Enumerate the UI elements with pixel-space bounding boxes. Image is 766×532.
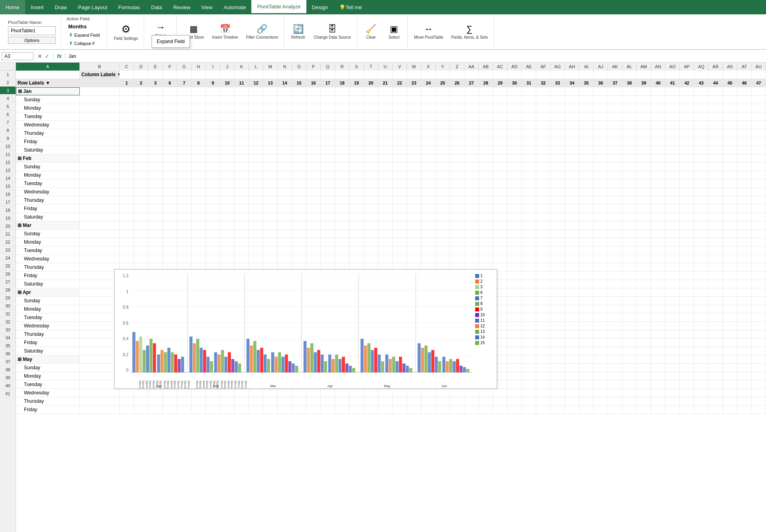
cell-num[interactable]	[622, 146, 637, 154]
cell-num[interactable]	[493, 154, 507, 162]
cell-num[interactable]	[163, 246, 177, 254]
cell-num[interactable]	[134, 255, 148, 263]
cell-num[interactable]	[235, 71, 249, 79]
cell-num[interactable]	[622, 205, 637, 213]
cell-num[interactable]	[680, 397, 694, 405]
cell-num[interactable]	[680, 280, 694, 288]
cell-num[interactable]	[177, 389, 192, 397]
cell-num[interactable]	[680, 330, 694, 338]
cell-num[interactable]	[321, 389, 335, 397]
cell-a40[interactable]: Thursday	[16, 397, 80, 405]
cell-num[interactable]	[723, 389, 737, 397]
cell-num[interactable]	[752, 146, 766, 154]
cell-num[interactable]	[752, 322, 766, 330]
cell-num[interactable]	[349, 163, 364, 171]
cell-num[interactable]	[737, 179, 752, 187]
cell-num[interactable]	[608, 205, 622, 213]
cell-b6[interactable]	[80, 112, 120, 120]
cell-num[interactable]	[436, 138, 450, 146]
cell-num[interactable]	[680, 196, 694, 204]
cell-num[interactable]	[436, 121, 450, 129]
cell-num[interactable]	[709, 355, 723, 363]
cell-num[interactable]	[579, 380, 594, 388]
col-header-ar[interactable]: AR	[709, 63, 723, 71]
cell-num[interactable]	[263, 96, 278, 104]
col-header-af[interactable]: AF	[536, 63, 551, 71]
cell-num[interactable]	[436, 246, 450, 254]
cell-num[interactable]	[694, 322, 709, 330]
cell-num[interactable]	[637, 121, 651, 129]
cell-num[interactable]	[263, 238, 278, 246]
cell-num[interactable]	[752, 372, 766, 380]
cell-b4[interactable]	[80, 96, 120, 104]
cell-num[interactable]	[436, 179, 450, 187]
cell-num[interactable]	[565, 406, 579, 414]
cell-num[interactable]	[551, 129, 565, 137]
cell-num[interactable]	[723, 255, 737, 263]
cell-num[interactable]	[536, 238, 551, 246]
cell-num[interactable]	[335, 129, 349, 137]
cell-num[interactable]	[622, 171, 637, 179]
cell-num[interactable]	[335, 104, 349, 112]
cell-num[interactable]	[263, 179, 278, 187]
cell-num[interactable]	[709, 146, 723, 154]
table-row[interactable]: ⊞ Mar	[16, 221, 766, 230]
cell-num[interactable]	[507, 96, 522, 104]
cell-num[interactable]	[177, 188, 192, 196]
cell-num[interactable]	[220, 255, 235, 263]
cell-num[interactable]	[637, 397, 651, 405]
cell-num[interactable]	[177, 87, 192, 95]
cell-num[interactable]	[622, 364, 637, 372]
cell-num[interactable]	[680, 171, 694, 179]
cell-num[interactable]	[163, 154, 177, 162]
cell-num[interactable]	[536, 305, 551, 313]
cell-num[interactable]	[622, 121, 637, 129]
cell-num[interactable]	[464, 255, 479, 263]
cell-num[interactable]	[292, 71, 306, 79]
cell-num[interactable]	[321, 179, 335, 187]
cell-num[interactable]	[622, 305, 637, 313]
cell-num[interactable]	[192, 213, 206, 221]
cell-num[interactable]	[579, 280, 594, 288]
cell-num[interactable]	[493, 179, 507, 187]
cell-num[interactable]	[723, 364, 737, 372]
cell-num[interactable]	[680, 163, 694, 171]
cell-num[interactable]	[680, 313, 694, 321]
cell-num[interactable]	[536, 104, 551, 112]
cell-num[interactable]	[120, 188, 134, 196]
cell-num[interactable]	[737, 230, 752, 238]
cell-num[interactable]	[536, 330, 551, 338]
tab-home[interactable]: Home	[0, 0, 25, 14]
cell-num[interactable]	[694, 213, 709, 221]
cell-num[interactable]	[665, 163, 680, 171]
cell-num[interactable]	[594, 154, 608, 162]
cell-num[interactable]	[522, 188, 536, 196]
cell-b8[interactable]	[80, 129, 120, 137]
cell-num[interactable]	[737, 372, 752, 380]
cell-num[interactable]	[335, 96, 349, 104]
cell-num[interactable]	[536, 372, 551, 380]
table-row[interactable]: Saturday	[16, 146, 766, 154]
cell-num[interactable]	[335, 221, 349, 229]
cell-num[interactable]	[464, 179, 479, 187]
cell-num[interactable]	[680, 389, 694, 397]
collapse-field-button[interactable]: ⬆ Collapse F	[67, 39, 102, 47]
table-row[interactable]: Column Labels ▼	[16, 71, 766, 79]
cell-num[interactable]	[579, 179, 594, 187]
cell-num[interactable]	[651, 112, 665, 120]
cell-num[interactable]	[421, 87, 436, 95]
cell-num[interactable]	[464, 129, 479, 137]
cell-num[interactable]	[565, 112, 579, 120]
cell-num[interactable]	[249, 196, 263, 204]
cell-num[interactable]	[148, 238, 163, 246]
cell-num[interactable]	[306, 406, 321, 414]
cell-num[interactable]	[134, 406, 148, 414]
cell-num[interactable]	[723, 297, 737, 305]
cell-num[interactable]	[622, 255, 637, 263]
cell-num[interactable]	[723, 280, 737, 288]
cell-num[interactable]	[594, 171, 608, 179]
cell-num[interactable]	[680, 297, 694, 305]
cell-num[interactable]	[651, 322, 665, 330]
cell-num[interactable]	[306, 230, 321, 238]
cell-num[interactable]	[737, 355, 752, 363]
